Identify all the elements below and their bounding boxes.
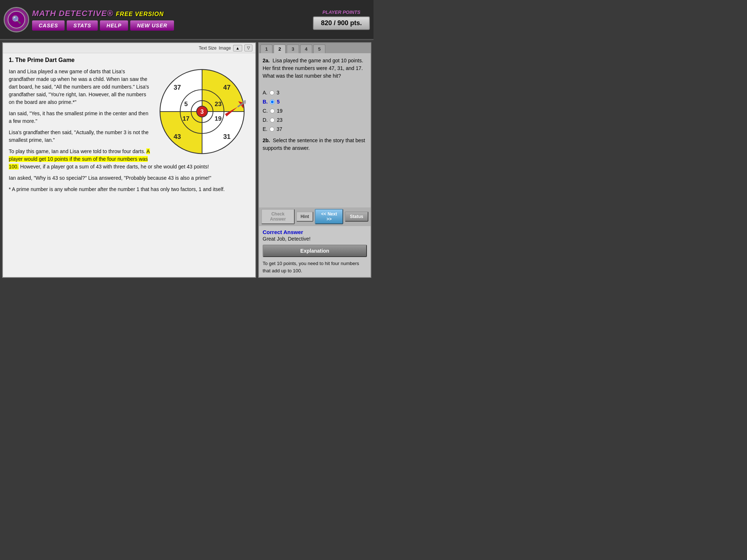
question-2b: 2b. Select the sentence in the story tha… <box>263 137 367 152</box>
new-user-button[interactable]: NEW USER <box>130 20 174 31</box>
answer-option-d[interactable]: D. 23 <box>263 116 367 124</box>
logo-icon: 🔍 <box>7 11 26 29</box>
question-tabs: 1 2 3 4 5 <box>259 43 371 53</box>
question-2a-text: 2a. Lisa played the game and got 10 poin… <box>263 57 367 80</box>
answer-option-e[interactable]: E. 37 <box>263 125 367 133</box>
svg-text:19: 19 <box>215 115 222 122</box>
status-button[interactable]: Status <box>345 211 368 222</box>
story-content: 1. The Prime Dart Game <box>3 53 255 275</box>
image-label: Image <box>219 46 231 51</box>
app-title: MATH DETECTIVE® FREE VERSION <box>32 9 174 18</box>
radio-d[interactable] <box>270 118 275 122</box>
player-points-label: PLAYER POINTS <box>313 9 370 15</box>
dartboard-container: 37 47 43 31 5 23 17 19 <box>158 68 246 155</box>
explanation-button[interactable]: Explanation <box>263 245 367 257</box>
question-2a-body: Lisa played the game and got 10 points. … <box>263 58 363 79</box>
question-panel: 1 2 3 4 5 2a. Lisa played the game and g… <box>258 42 371 278</box>
main-content: Text Size Image ▲ ▽ 1. The Prime Dart Ga… <box>0 40 374 280</box>
tab-1[interactable]: 1 <box>260 44 272 53</box>
nav-buttons: CASES STATS HELP NEW USER <box>32 20 174 31</box>
text-size-bar: Text Size Image ▲ ▽ <box>3 43 255 53</box>
text-size-label: Text Size <box>199 46 217 51</box>
story-title: 1. The Prime Dart Game <box>9 57 249 63</box>
tab-5[interactable]: 5 <box>313 44 325 53</box>
answer-option-b[interactable]: B. 5 <box>263 98 367 106</box>
answer-option-c[interactable]: C. 19 <box>263 107 367 115</box>
svg-text:3: 3 <box>201 109 204 115</box>
cases-button[interactable]: CASES <box>32 20 65 31</box>
tab-2[interactable]: 2 <box>274 44 286 53</box>
svg-text:37: 37 <box>174 84 181 91</box>
svg-text:47: 47 <box>223 84 231 91</box>
player-points-area: PLAYER POINTS 820 / 900 pts. <box>313 9 370 30</box>
svg-text:31: 31 <box>223 133 231 140</box>
hint-button[interactable]: Hint <box>296 211 313 222</box>
highlighted-sentence: A player would get 10 points if the sum … <box>9 148 150 170</box>
svg-text:17: 17 <box>183 115 190 122</box>
correct-answer-label: Correct Answer <box>263 229 367 235</box>
svg-text:23: 23 <box>215 101 222 108</box>
radio-b[interactable] <box>270 100 275 104</box>
app-title-text: MATH DETECTIVE <box>32 9 107 18</box>
radio-a[interactable] <box>270 90 274 95</box>
app-logo: 🔍 <box>4 7 29 32</box>
tab-4[interactable]: 4 <box>300 44 312 53</box>
image-down-button[interactable]: ▽ <box>244 44 252 51</box>
correct-answer-section: Correct Answer Great Job, Detective! Exp… <box>259 226 371 277</box>
tab-3[interactable]: 3 <box>287 44 299 53</box>
header: 🔍 MATH DETECTIVE® FREE VERSION CASES STA… <box>0 0 374 40</box>
app-subtitle: FREE VERSION <box>116 11 164 17</box>
radio-e[interactable] <box>270 127 274 132</box>
svg-text:5: 5 <box>184 101 187 108</box>
question-2b-body: Select the sentence in the story that be… <box>263 137 365 151</box>
title-nav-area: MATH DETECTIVE® FREE VERSION CASES STATS… <box>32 9 174 31</box>
correct-answer-text: Great Job, Detective! <box>263 236 367 242</box>
help-button[interactable]: HELP <box>100 20 128 31</box>
question-actions: Check Answer Hint << Next >> Status <box>259 207 371 226</box>
question-2b-label: 2b. <box>263 137 270 143</box>
next-button[interactable]: << Next >> <box>315 209 343 224</box>
question-content: 2a. Lisa played the game and got 10 poin… <box>259 53 371 207</box>
answer-option-a[interactable]: A. 3 <box>263 89 367 97</box>
story-paragraph-5: Ian asked, "Why is 43 so special?" Lisa … <box>9 174 249 182</box>
explanation-text: To get 10 points, you need to hit four n… <box>263 260 367 274</box>
logo-area: 🔍 MATH DETECTIVE® FREE VERSION CASES STA… <box>4 7 174 32</box>
stats-button[interactable]: STATS <box>67 20 98 31</box>
image-up-button[interactable]: ▲ <box>233 45 242 51</box>
story-footnote: * A prime number is any whole number aft… <box>9 186 249 193</box>
svg-text:43: 43 <box>174 133 181 140</box>
points-box: 820 / 900 pts. <box>313 16 370 30</box>
dartboard-svg: 37 47 43 31 5 23 17 19 <box>158 68 246 155</box>
story-panel: Text Size Image ▲ ▽ 1. The Prime Dart Ga… <box>2 42 256 278</box>
question-2a-label: 2a. <box>263 58 270 63</box>
radio-c[interactable] <box>270 109 275 113</box>
check-answer-button[interactable]: Check Answer <box>261 209 295 224</box>
svg-text:🔍: 🔍 <box>12 15 22 25</box>
